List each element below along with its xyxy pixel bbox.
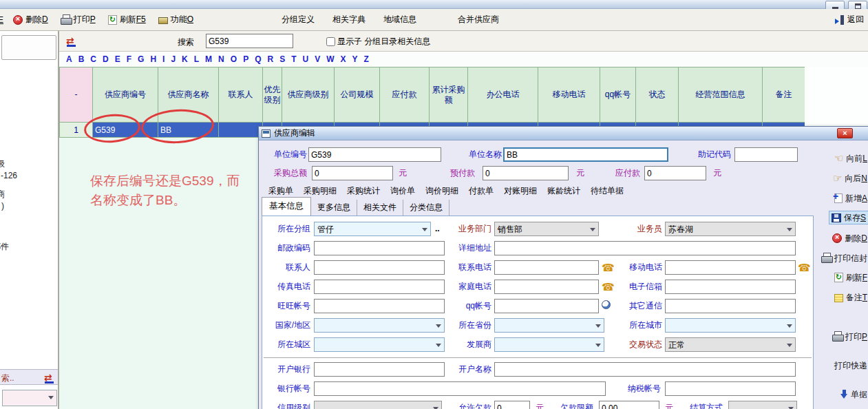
phone-icon[interactable] — [798, 262, 811, 274]
related-link[interactable]: 采购明细 — [304, 185, 337, 197]
alphabet-letter[interactable]: O — [231, 54, 237, 64]
alphabet-letter[interactable]: Z — [364, 54, 369, 64]
alphabet-letter[interactable]: V — [315, 54, 320, 64]
contact-input[interactable] — [314, 260, 445, 275]
alphabet-letter[interactable]: W — [326, 54, 334, 64]
sidebar-search-bar[interactable]: 索.. — [0, 369, 59, 385]
mnemonic-input[interactable] — [734, 147, 798, 162]
alphabet-letter[interactable]: G — [138, 54, 144, 64]
column-header[interactable]: 累计采购额 — [430, 67, 468, 123]
alphabet-letter[interactable]: A — [66, 54, 72, 64]
country-combo[interactable] — [314, 318, 445, 333]
column-header[interactable]: 联系人 — [219, 67, 263, 123]
column-header[interactable]: 公司规模 — [335, 67, 380, 123]
related-link[interactable]: 采购单 — [268, 185, 293, 197]
alphabet-letter[interactable]: E — [115, 54, 120, 64]
remark-button[interactable]: 备注T — [834, 291, 867, 304]
tab-category-info[interactable]: 分类信息 — [403, 200, 449, 216]
sidebar-group-combo[interactable] — [2, 390, 57, 406]
print-button[interactable]: 打印P — [61, 14, 96, 25]
toolbar-clipped-button[interactable]: E — [0, 15, 3, 25]
salesman-combo[interactable]: 苏春湖 — [665, 222, 796, 236]
menu-group-define[interactable]: 分组定义 — [282, 14, 315, 25]
email-input[interactable] — [665, 280, 796, 294]
city-combo[interactable] — [665, 318, 796, 333]
postcode-input[interactable] — [314, 241, 445, 255]
column-header[interactable]: - — [60, 67, 93, 123]
add-button[interactable]: 新增A — [834, 191, 867, 205]
dept-combo[interactable]: 销售部 — [494, 222, 599, 236]
alphabet-letter[interactable]: B — [78, 54, 85, 64]
related-link[interactable]: 待结单据 — [591, 185, 624, 197]
prepaid-input[interactable] — [483, 166, 569, 180]
column-header[interactable]: 办公电话 — [468, 67, 538, 123]
alphabet-letter[interactable]: N — [218, 54, 224, 64]
fax-input[interactable] — [314, 280, 445, 294]
phone-icon[interactable] — [602, 281, 615, 293]
alphabet-letter[interactable]: H — [150, 54, 156, 64]
checkbox-icon[interactable] — [326, 37, 335, 46]
print-button-dialog[interactable]: 打印P — [832, 330, 867, 344]
tab-basic-info[interactable]: 基本信息 — [262, 197, 311, 216]
column-header[interactable]: 状态 — [636, 67, 679, 123]
related-link[interactable]: 对账明细 — [504, 185, 537, 197]
swap-icon[interactable] — [44, 374, 55, 383]
show-sub-checkbox[interactable]: 显示子 分组目录相关信息 — [326, 36, 430, 48]
refresh-button[interactable]: 刷新F5 — [108, 14, 146, 25]
print-express-button[interactable]: 打印快递 — [834, 359, 867, 373]
menu-merge-supplier[interactable]: 合并供应商 — [458, 14, 499, 25]
table-cell[interactable] — [219, 123, 263, 138]
settle-method-combo[interactable] — [728, 401, 797, 409]
column-header[interactable]: 优先级别 — [263, 67, 282, 123]
column-header[interactable]: 供应商编号 — [93, 67, 158, 123]
phone-icon[interactable] — [602, 262, 615, 274]
delete-record-button[interactable]: 删除D — [832, 231, 867, 245]
related-link[interactable]: 询价明细 — [425, 185, 458, 197]
alphabet-letter[interactable]: J — [171, 54, 176, 64]
alphabet-letter[interactable]: X — [341, 54, 346, 64]
debt-limit-input[interactable] — [599, 401, 659, 409]
mobile-input[interactable] — [665, 260, 796, 275]
tab-related-files[interactable]: 相关文件 — [357, 200, 403, 216]
related-link[interactable]: 付款单 — [469, 185, 494, 197]
column-header[interactable]: qq帐号 — [600, 67, 636, 123]
district-combo[interactable] — [314, 337, 445, 352]
tax-account-input[interactable] — [665, 381, 796, 396]
alphabet-letter[interactable]: F — [127, 54, 131, 64]
wangwang-input[interactable] — [314, 299, 445, 313]
related-link[interactable]: 账龄统计 — [547, 185, 580, 197]
address-input[interactable] — [494, 241, 796, 255]
return-button[interactable]: 返回 — [835, 14, 864, 25]
menu-region-info[interactable]: 地域信息 — [383, 14, 416, 25]
alphabet-letter[interactable]: L — [194, 54, 199, 64]
alphabet-letter[interactable]: S — [279, 54, 285, 64]
bank-input[interactable] — [314, 362, 445, 377]
menu-related-dict[interactable]: 相关字典 — [332, 14, 366, 25]
bank-account-input[interactable] — [314, 381, 606, 396]
save-button[interactable]: 保存S — [829, 211, 868, 224]
alphabet-letter[interactable]: Y — [352, 54, 358, 64]
dialog-close-button[interactable]: × — [837, 128, 853, 138]
group-browse-button[interactable]: .. — [435, 224, 440, 233]
swap-icon[interactable] — [66, 37, 77, 46]
related-link[interactable]: 询价单 — [390, 185, 415, 197]
payable-input[interactable] — [644, 166, 706, 180]
unit-code-input[interactable] — [308, 147, 441, 162]
alphabet-letter[interactable]: C — [90, 54, 96, 64]
developer-combo[interactable] — [494, 337, 604, 352]
alphabet-letter[interactable]: M — [205, 54, 212, 64]
alphabet-letter[interactable]: U — [303, 54, 309, 64]
trade-status-combo[interactable]: 正常 — [665, 337, 796, 352]
print-envelope-button[interactable]: 打印信封 — [821, 251, 867, 265]
column-header[interactable]: 应付款 — [380, 67, 430, 123]
search-input[interactable] — [206, 34, 293, 48]
alphabet-letter[interactable]: T — [291, 54, 296, 64]
tab-more-info[interactable]: 更多信息 — [311, 200, 357, 216]
alphabet-letter[interactable]: I — [162, 54, 165, 64]
credit-level-combo[interactable] — [314, 401, 442, 409]
group-combo[interactable]: 管仔 — [314, 222, 431, 236]
column-header[interactable]: 供应商级别 — [282, 67, 335, 123]
alphabet-letter[interactable]: D — [103, 54, 109, 64]
alphabet-letter[interactable]: Q — [255, 54, 261, 64]
column-header[interactable]: 移动电话 — [538, 67, 600, 123]
